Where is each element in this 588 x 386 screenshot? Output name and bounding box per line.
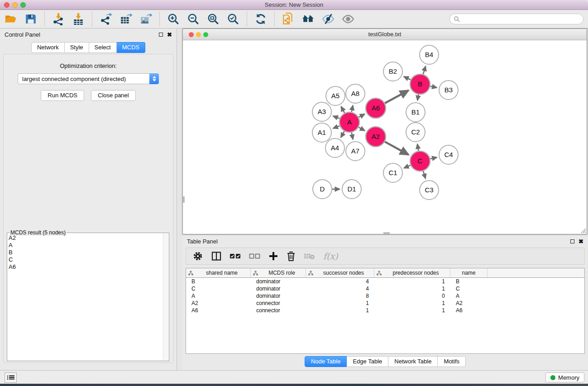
network-vertical-scrollthumb[interactable] <box>183 196 185 203</box>
mcds-result-item[interactable]: A2 <box>9 234 163 242</box>
edge-B-B3[interactable] <box>430 86 437 88</box>
unselect-all-checkboxes-icon[interactable] <box>249 252 261 260</box>
column-header-shared-name[interactable]: shared name <box>186 268 251 277</box>
edge-C-C3[interactable] <box>423 171 425 179</box>
column-header-MCDS-role[interactable]: MCDS role <box>251 268 306 277</box>
edge-A-A7[interactable] <box>352 133 353 139</box>
network-minimize-button[interactable] <box>196 32 201 37</box>
table-cell[interactable]: 1 <box>306 300 374 306</box>
table-cell[interactable]: A <box>186 293 251 299</box>
edge-A-A8[interactable] <box>352 105 353 112</box>
table-cell[interactable]: 0 <box>374 293 450 299</box>
table-cell[interactable]: A2 <box>450 300 488 306</box>
mcds-result-item[interactable]: A6 <box>9 263 163 271</box>
float-table-panel-icon[interactable] <box>570 239 574 243</box>
table-cell[interactable]: 1 <box>374 300 450 306</box>
edge-B-B2[interactable] <box>404 76 411 80</box>
zoom-in-icon[interactable] <box>167 13 180 25</box>
table-row[interactable]: A6connector11A6 <box>186 307 584 314</box>
edge-A2-C[interactable] <box>385 142 408 155</box>
edge-A-A6[interactable] <box>359 114 364 117</box>
edge-A-A3[interactable] <box>333 116 340 119</box>
table-options-gear-icon[interactable] <box>192 251 203 262</box>
column-header-name[interactable]: name <box>450 268 488 277</box>
edge-A-A4[interactable] <box>341 131 344 138</box>
close-panel-button[interactable]: Close panel <box>91 90 136 101</box>
table-cell[interactable]: C <box>450 286 488 292</box>
open-session-icon[interactable] <box>5 13 17 25</box>
table-cell[interactable]: dominator <box>251 293 306 299</box>
export-image-icon[interactable] <box>139 13 152 25</box>
table-cell[interactable]: 1 <box>374 286 450 292</box>
show-all-icon[interactable] <box>342 13 354 25</box>
table-cell[interactable]: dominator <box>251 278 306 285</box>
control-tab-network[interactable]: Network <box>31 42 65 53</box>
memory-button[interactable]: Memory <box>545 372 584 382</box>
control-tab-mcds[interactable]: MCDS <box>117 42 145 53</box>
close-panel-icon[interactable]: ✖ <box>167 33 172 37</box>
edge-C-C4[interactable] <box>430 157 437 159</box>
control-tab-style[interactable]: Style <box>65 42 89 53</box>
table-row[interactable]: Bdominator41B <box>186 278 584 285</box>
network-canvas[interactable]: B4B2BB3A5A8A6A3B1AA1C2A2A4A7C4CC1C3DD1 <box>183 40 587 234</box>
table-cell[interactable]: 1 <box>306 307 374 314</box>
search-input[interactable] <box>462 16 579 22</box>
edge-B-B4[interactable] <box>423 66 425 74</box>
select-all-checkboxes-icon[interactable] <box>229 252 241 260</box>
edge-A-A1[interactable] <box>333 126 340 129</box>
float-panel-icon[interactable] <box>159 33 163 37</box>
edge-C-C2[interactable] <box>417 144 418 151</box>
table-cell[interactable]: A <box>450 293 488 299</box>
network-horizontal-scrollthumb[interactable] <box>383 232 390 234</box>
table-cell[interactable]: connector <box>251 300 306 306</box>
table-tab-motifs[interactable]: Motifs <box>438 356 466 367</box>
export-network-icon[interactable] <box>100 13 112 25</box>
optimization-criterion-dropdown[interactable]: largest connected component (directed) <box>18 73 159 84</box>
zoom-out-icon[interactable] <box>187 13 200 25</box>
network-close-button[interactable] <box>189 32 194 37</box>
save-session-icon[interactable] <box>24 13 37 25</box>
task-history-button[interactable] <box>5 372 17 383</box>
refresh-icon[interactable] <box>254 13 267 25</box>
edge-A6-B[interactable] <box>385 91 408 103</box>
first-neighbors-icon[interactable] <box>302 13 315 25</box>
table-cell[interactable]: 8 <box>306 293 374 299</box>
new-network-from-selection-icon[interactable] <box>282 13 295 25</box>
run-mcds-button[interactable]: Run MCDS <box>41 90 84 101</box>
table-cell[interactable]: connector <box>251 307 306 314</box>
table-cell[interactable]: 4 <box>306 278 374 285</box>
mcds-result-item[interactable]: C <box>9 256 163 263</box>
import-network-icon[interactable] <box>52 13 65 25</box>
table-cell[interactable]: A6 <box>450 307 488 314</box>
table-cell[interactable]: A2 <box>186 300 251 306</box>
table-row[interactable]: Adominator80A <box>186 292 584 300</box>
mcds-result-item[interactable]: B <box>9 249 163 256</box>
resize-grip-icon[interactable] <box>580 228 586 234</box>
export-table-icon[interactable] <box>120 13 132 25</box>
edge-A-A5[interactable] <box>341 106 345 113</box>
table-cell[interactable]: B <box>450 278 488 285</box>
table-cell[interactable]: dominator <box>251 286 306 292</box>
search-field[interactable] <box>449 14 583 24</box>
edge-A-A2[interactable] <box>359 127 365 131</box>
edge-B-B1[interactable] <box>417 95 418 100</box>
hide-selected-icon[interactable] <box>322 13 335 25</box>
table-cell[interactable]: A6 <box>186 307 251 314</box>
table-tab-edge-table[interactable]: Edge Table <box>347 356 388 367</box>
table-row[interactable]: A2connector11A2 <box>186 300 584 307</box>
mcds-result-item[interactable]: A <box>9 242 163 249</box>
mcds-result-scrollbar[interactable] <box>163 234 168 360</box>
close-table-panel-icon[interactable]: ✖ <box>578 239 583 243</box>
table-cell[interactable]: B <box>186 278 251 285</box>
table-tab-network-table[interactable]: Network Table <box>388 356 438 367</box>
column-header-predecessor-nodes[interactable]: predecessor nodes <box>374 268 450 277</box>
zoom-fit-icon[interactable] <box>207 13 220 25</box>
table-cell[interactable]: 1 <box>374 307 450 314</box>
table-cell[interactable]: C <box>186 286 251 292</box>
create-new-column-icon[interactable] <box>268 251 278 261</box>
control-tab-select[interactable]: Select <box>89 42 117 53</box>
table-cell[interactable]: 1 <box>374 278 450 285</box>
network-window-titlebar[interactable]: testGlobe.txt <box>183 29 587 40</box>
edge-C-C1[interactable] <box>404 165 410 168</box>
zoom-selected-icon[interactable] <box>227 13 239 25</box>
